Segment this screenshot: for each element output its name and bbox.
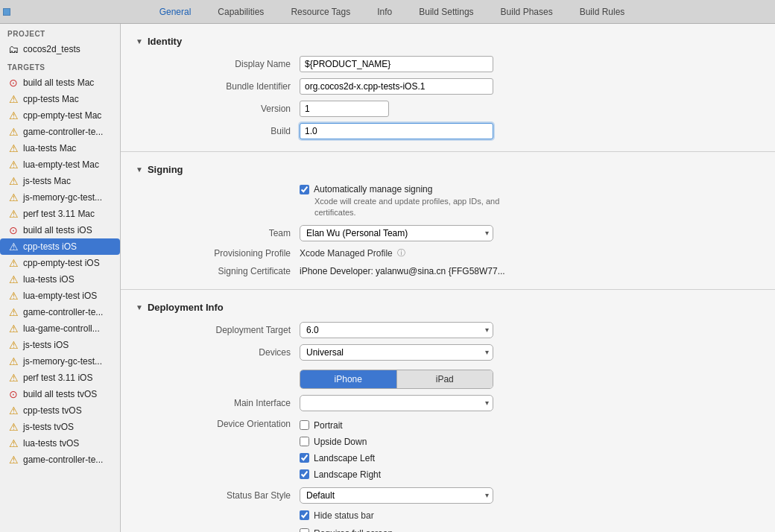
tab-resource-tags[interactable]: Resource Tags [277, 4, 364, 20]
build-input[interactable] [300, 123, 493, 139]
device-button-group: iPhone iPad [300, 370, 493, 389]
provisioning-info-icon[interactable]: ⓘ [397, 247, 405, 259]
hide-status-value: Hide status bar [300, 510, 760, 521]
sidebar-item-7[interactable]: ⚠ js-memory-gc-test... [0, 189, 120, 206]
devices-select[interactable]: Universal [300, 344, 493, 361]
main-interface-wrapper: ▾ [300, 395, 493, 411]
sidebar-item-6[interactable]: ⚠ js-tests Mac [0, 173, 120, 189]
team-label: Team [136, 228, 300, 238]
hide-status-checkbox[interactable] [300, 510, 309, 520]
target-label-5: lua-empty-test Mac [23, 159, 99, 170]
tab-build-phases[interactable]: Build Phases [487, 4, 566, 20]
sidebar-item-20[interactable]: ⚠ cpp-tests tvOS [0, 402, 120, 419]
display-name-input[interactable] [300, 56, 493, 72]
sidebar-item-3[interactable]: ⚠ game-controller-te... [0, 124, 120, 140]
orientation-upsidedown-row: Upside Down [300, 435, 381, 449]
signing-section: ▼ Signing Automatically manage signing X… [121, 152, 775, 290]
target-icon-7: ⚠ [7, 191, 19, 203]
sidebar-item-12[interactable]: ⚠ lua-tests iOS [0, 271, 120, 288]
requires-fullscreen-row: Requires full screen [121, 525, 775, 532]
deployment-target-row: Deployment Target 6.0 ▾ [121, 319, 775, 341]
target-icon-12: ⚠ [7, 273, 19, 285]
deployment-header[interactable]: ▼ Deployment Info [121, 299, 775, 319]
target-icon-21: ⚠ [7, 421, 19, 433]
hide-status-checkbox-row: Hide status bar [300, 510, 374, 521]
target-icon-23: ⚠ [7, 454, 19, 466]
sidebar: PROJECT 🗂 cocos2d_tests TARGETS ⊙ build … [0, 24, 121, 532]
sidebar-item-2[interactable]: ⚠ cpp-empty-test Mac [0, 107, 120, 124]
deployment-triangle-icon: ▼ [136, 303, 143, 311]
tab-info[interactable]: Info [364, 4, 405, 20]
sidebar-item-18[interactable]: ⚠ perf test 3.11 iOS [0, 370, 120, 386]
identity-section: ▼ Identity Display Name Bundle Identifie… [121, 24, 775, 152]
devices-select-wrapper: Universal ▾ [300, 344, 493, 361]
sidebar-item-5[interactable]: ⚠ lua-empty-test Mac [0, 156, 120, 173]
target-icon-1: ⚠ [7, 93, 19, 105]
signing-triangle-icon: ▼ [136, 165, 143, 174]
sidebar-item-4[interactable]: ⚠ lua-tests Mac [0, 140, 120, 156]
main-layout: PROJECT 🗂 cocos2d_tests TARGETS ⊙ build … [0, 24, 775, 532]
sidebar-item-0[interactable]: ⊙ build all tests Mac [0, 75, 120, 91]
tab-capabilities[interactable]: Capabilities [204, 4, 277, 20]
sidebar-item-14[interactable]: ⚠ game-controller-te... [0, 304, 120, 320]
target-label-9: build all tests iOS [23, 225, 92, 235]
bundle-id-row: Bundle Identifier [121, 75, 775, 98]
bundle-id-input[interactable] [300, 78, 493, 95]
signing-title: Signing [148, 164, 183, 175]
target-label-18: perf test 3.11 iOS [23, 373, 92, 383]
main-interface-select[interactable] [300, 395, 493, 411]
sidebar-item-16[interactable]: ⚠ js-tests iOS [0, 337, 120, 353]
orientation-landscape-right-checkbox[interactable] [300, 469, 309, 479]
sidebar-item-22[interactable]: ⚠ lua-tests tvOS [0, 435, 120, 452]
deployment-section: ▼ Deployment Info Deployment Target 6.0 … [121, 290, 775, 532]
version-input[interactable] [300, 101, 389, 117]
sidebar-item-1[interactable]: ⚠ cpp-tests Mac [0, 91, 120, 107]
team-select[interactable]: Elan Wu (Personal Team) [300, 225, 493, 241]
target-icon-20: ⚠ [7, 405, 19, 417]
auto-signing-checkbox[interactable] [300, 185, 309, 194]
sidebar-item-17[interactable]: ⚠ js-memory-gc-test... [0, 353, 120, 370]
sidebar-item-15[interactable]: ⚠ lua-game-controll... [0, 320, 120, 337]
build-value [300, 123, 760, 139]
project-icon: 🗂 [7, 43, 19, 55]
target-icon-19: ⊙ [7, 388, 19, 400]
bundle-id-label: Bundle Identifier [136, 81, 300, 92]
sidebar-item-9[interactable]: ⊙ build all tests iOS [0, 222, 120, 238]
sidebar-item-10[interactable]: ⚠ cpp-tests iOS [0, 238, 120, 255]
sidebar-item-23[interactable]: ⚠ game-controller-te... [0, 452, 120, 468]
tab-build-rules[interactable]: Build Rules [566, 4, 639, 20]
hide-status-label: Hide status bar [314, 510, 374, 521]
cert-label: Signing Certificate [136, 266, 300, 276]
deployment-target-label: Deployment Target [136, 325, 300, 335]
sidebar-item-13[interactable]: ⚠ lua-empty-test iOS [0, 288, 120, 304]
cert-text: iPhone Developer: yalanwu@sina.cn {FFG58… [300, 266, 505, 276]
sidebar-item-11[interactable]: ⚠ cpp-empty-test iOS [0, 255, 120, 271]
sidebar-item-project[interactable]: 🗂 cocos2d_tests [0, 41, 120, 57]
iphone-button[interactable]: iPhone [300, 370, 397, 388]
team-value: Elan Wu (Personal Team) ▾ [300, 225, 760, 241]
target-icon-5: ⚠ [7, 159, 19, 171]
orientation-landscape-left-checkbox[interactable] [300, 453, 309, 463]
orientation-upsidedown-checkbox[interactable] [300, 437, 309, 446]
sidebar-item-21[interactable]: ⚠ js-tests tvOS [0, 419, 120, 435]
target-label-4: lua-tests Mac [23, 143, 76, 153]
status-bar-value: Default ▾ [300, 487, 760, 504]
ipad-button[interactable]: iPad [397, 370, 493, 388]
target-label-14: game-controller-te... [23, 307, 103, 317]
target-label-8: perf test 3.11 Mac [23, 209, 95, 219]
deployment-title: Deployment Info [148, 302, 224, 313]
tab-build-settings[interactable]: Build Settings [405, 4, 487, 20]
orientation-portrait-checkbox[interactable] [300, 420, 309, 430]
signing-header[interactable]: ▼ Signing [121, 161, 775, 181]
target-label-12: lua-tests iOS [23, 274, 75, 285]
requires-fullscreen-checkbox[interactable] [300, 528, 309, 532]
tab-general[interactable]: General [146, 4, 205, 20]
target-label-20: cpp-tests tvOS [23, 405, 82, 416]
status-bar-select[interactable]: Default [300, 487, 493, 504]
sidebar-item-8[interactable]: ⚠ perf test 3.11 Mac [0, 206, 120, 222]
orientation-landscape-left-label: Landscape Left [314, 453, 375, 463]
deployment-target-select[interactable]: 6.0 [300, 322, 493, 338]
sidebar-item-19[interactable]: ⊙ build all tests tvOS [0, 386, 120, 402]
main-interface-label: Main Interface [136, 398, 300, 408]
identity-header[interactable]: ▼ Identity [121, 33, 775, 53]
